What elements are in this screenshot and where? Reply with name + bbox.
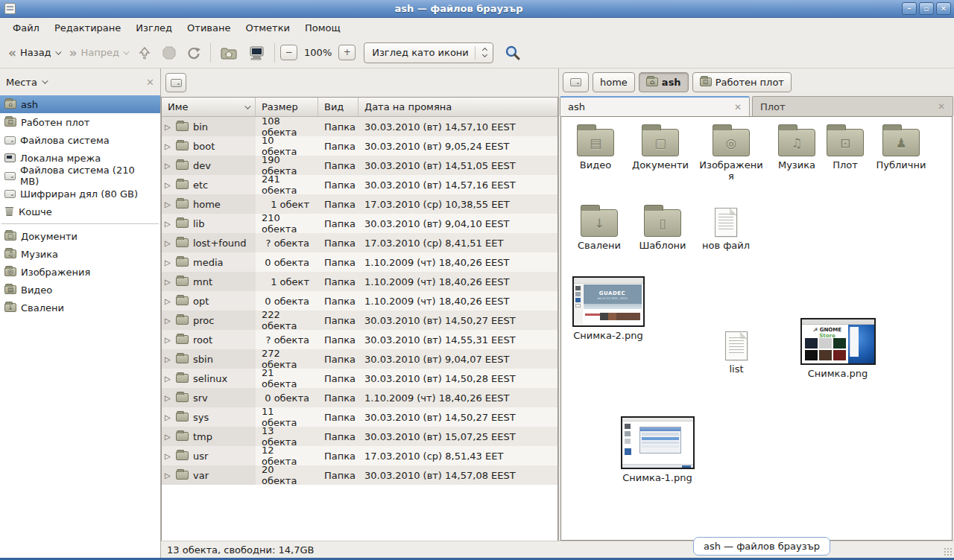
- table-row[interactable]: ▷ srv 0 обекта Папка 1.10.2009 (чт) 18,4…: [162, 388, 557, 407]
- table-row[interactable]: ▷ bin 108 обекта Папка 30.03.2010 (вт) 1…: [162, 117, 557, 136]
- menu-item-0[interactable]: Файл: [6, 20, 46, 36]
- breadcrumb-button[interactable]: [563, 72, 589, 92]
- expander-icon[interactable]: ▷: [165, 220, 173, 228]
- minimize-button[interactable]: –: [902, 2, 917, 15]
- icon-item[interactable]: ▢ Документи: [625, 124, 695, 171]
- icon-item[interactable]: ▯ Шаблони: [631, 205, 694, 251]
- expander-icon[interactable]: ▷: [165, 123, 173, 131]
- menu-item-4[interactable]: Отметки: [238, 20, 296, 36]
- forward-button[interactable]: » Напред: [66, 43, 131, 62]
- sidebar-item[interactable]: ⌂ash: [0, 95, 160, 113]
- tab-close-icon[interactable]: ✕: [938, 101, 945, 112]
- table-row[interactable]: ▷ lost+found ? обекта Папка 17.03.2010 (…: [162, 233, 557, 252]
- back-button[interactable]: « Назад: [4, 43, 63, 62]
- tab-ash[interactable]: ash ✕: [560, 96, 750, 116]
- sidebar-item[interactable]: ▤Видео: [0, 281, 160, 299]
- table-row[interactable]: ▷ tmp 13 обекта Папка 30.03.2010 (вт) 15…: [162, 427, 557, 446]
- tab-Плот[interactable]: Плот ✕: [752, 96, 953, 116]
- sidebar-title[interactable]: Места: [6, 77, 37, 88]
- search-button[interactable]: [500, 40, 525, 66]
- sidebar-dropdown-icon[interactable]: [42, 77, 48, 83]
- sidebar-item[interactable]: Кошче: [0, 203, 160, 220]
- icon-item[interactable]: ↓ Свалени: [569, 205, 630, 251]
- expander-icon[interactable]: ▷: [165, 297, 173, 305]
- table-row[interactable]: ▷ etc 241 обекта Папка 30.03.2010 (вт) 1…: [162, 175, 557, 194]
- computer-button[interactable]: [244, 42, 269, 64]
- sidebar-item[interactable]: ♫Музика: [0, 245, 160, 263]
- table-row[interactable]: ▷ usr 12 обекта Папка 17.03.2010 (ср) 8,…: [162, 446, 557, 465]
- expander-icon[interactable]: ▷: [165, 336, 173, 344]
- column-header[interactable]: Дата на промяна: [358, 98, 557, 116]
- icon-item[interactable]: list: [713, 328, 759, 375]
- table-row[interactable]: ▷ mnt 1 обект Папка 1.10.2009 (чт) 18,40…: [162, 272, 557, 291]
- expander-icon[interactable]: ▷: [165, 394, 173, 402]
- table-row[interactable]: ▷ lib 210 обекта Папка 30.03.2010 (вт) 9…: [162, 214, 557, 233]
- expander-icon[interactable]: ▷: [165, 181, 173, 189]
- column-header[interactable]: Име: [162, 98, 256, 116]
- table-row[interactable]: ▷ selinux 21 обекта Папка 30.03.2010 (вт…: [162, 369, 557, 388]
- stop-button[interactable]: [158, 42, 180, 64]
- icon-item[interactable]: ⊡ Плот: [822, 124, 868, 171]
- table-row[interactable]: ▷ media 0 обекта Папка 1.10.2009 (чт) 18…: [162, 252, 557, 272]
- expander-icon[interactable]: ▷: [165, 471, 173, 480]
- expander-icon[interactable]: ▷: [165, 433, 173, 441]
- zoom-in-button[interactable]: +: [338, 45, 356, 60]
- expander-icon[interactable]: ▷: [165, 142, 173, 150]
- column-header[interactable]: Размер: [256, 98, 318, 116]
- breadcrumb-button[interactable]: home: [593, 72, 635, 92]
- expander-icon[interactable]: ▷: [165, 258, 173, 267]
- expander-icon[interactable]: ▷: [165, 316, 173, 325]
- icon-item[interactable]: Снимка-1.png: [618, 416, 697, 483]
- table-row[interactable]: ▷ var 20 обекта Папка 30.03.2010 (вт) 14…: [162, 465, 557, 485]
- reload-button[interactable]: [183, 42, 205, 64]
- sidebar-close-icon[interactable]: ✕: [146, 77, 154, 88]
- expander-icon[interactable]: ▷: [165, 278, 173, 286]
- sidebar-item[interactable]: ◎Изображения: [0, 263, 160, 281]
- sidebar-item[interactable]: Файлова система: [0, 131, 160, 149]
- sidebar-item[interactable]: ↓Свалени: [0, 299, 160, 316]
- breadcrumb-button[interactable]: ⊡Работен плот: [692, 72, 792, 92]
- table-row[interactable]: ▷ proc 222 обекта Папка 30.03.2010 (вт) …: [162, 311, 557, 330]
- expander-icon[interactable]: ▷: [165, 452, 173, 460]
- menu-item-3[interactable]: Отиване: [180, 20, 237, 36]
- icon-item[interactable]: GUADEC июля 24-30th, 2010 Снимка-2.png: [570, 276, 646, 341]
- expander-icon[interactable]: ▷: [165, 355, 173, 363]
- menu-item-2[interactable]: Изглед: [129, 20, 179, 36]
- resize-grip[interactable]: [944, 547, 953, 556]
- icon-item[interactable]: ◎ Изображения: [697, 124, 765, 182]
- table-row[interactable]: ▷ boot 10 обекта Папка 30.03.2010 (вт) 9…: [162, 136, 557, 156]
- icon-item[interactable]: ♫ Музика: [770, 124, 824, 171]
- breadcrumb-button[interactable]: ⌂ash: [639, 72, 689, 92]
- table-row[interactable]: ▷ home 1 обект Папка 17.03.2010 (ср) 10,…: [162, 194, 557, 214]
- back-dropdown-icon[interactable]: [55, 48, 61, 54]
- zoom-out-button[interactable]: −: [280, 45, 297, 60]
- home-button[interactable]: [216, 42, 241, 64]
- expander-icon[interactable]: ▷: [165, 375, 173, 383]
- icon-item[interactable]: ♟ Публични: [868, 124, 934, 171]
- table-row[interactable]: ▷ sbin 272 обекта Папка 30.03.2010 (вт) …: [162, 349, 557, 369]
- expander-icon[interactable]: ▷: [165, 162, 173, 170]
- menu-item-1[interactable]: Редактиране: [48, 20, 127, 36]
- column-header[interactable]: Вид: [318, 98, 358, 116]
- table-row[interactable]: ▷ opt 0 обекта Папка 1.10.2009 (чт) 18,4…: [162, 291, 557, 311]
- maximize-button[interactable]: ▫: [919, 2, 934, 15]
- expander-icon[interactable]: ▷: [165, 413, 173, 421]
- location-toggle-button[interactable]: [165, 73, 186, 92]
- menu-item-5[interactable]: Помощ: [298, 20, 347, 36]
- icon-item[interactable]: ▤ Видео: [567, 124, 624, 171]
- table-row[interactable]: ▷ root ? обекта Папка 30.03.2010 (вт) 14…: [162, 330, 557, 349]
- table-row[interactable]: ▷ dev 190 обекта Папка 30.03.2010 (вт) 1…: [162, 156, 557, 175]
- table-row[interactable]: ▷ sys 11 обекта Папка 30.03.2010 (вт) 14…: [162, 407, 557, 427]
- expander-icon[interactable]: ▷: [165, 239, 173, 247]
- tab-close-icon[interactable]: ✕: [734, 102, 742, 112]
- up-button[interactable]: [133, 42, 156, 64]
- sidebar-item[interactable]: Файлова система (210 MB): [0, 167, 160, 185]
- icon-item[interactable]: нов файл: [695, 205, 756, 251]
- icon-item[interactable]: ☭ GNOME Store Снимка.png: [797, 318, 879, 379]
- sidebar-item[interactable]: ▢Документи: [0, 227, 160, 245]
- close-button[interactable]: ✕: [936, 2, 951, 15]
- sidebar-item[interactable]: ⊡Работен плот: [0, 113, 160, 131]
- expander-icon[interactable]: ▷: [165, 200, 173, 209]
- view-mode-select[interactable]: Изглед като икони: [364, 42, 493, 63]
- sidebar-item[interactable]: Шифриран дял (80 GB): [0, 185, 160, 203]
